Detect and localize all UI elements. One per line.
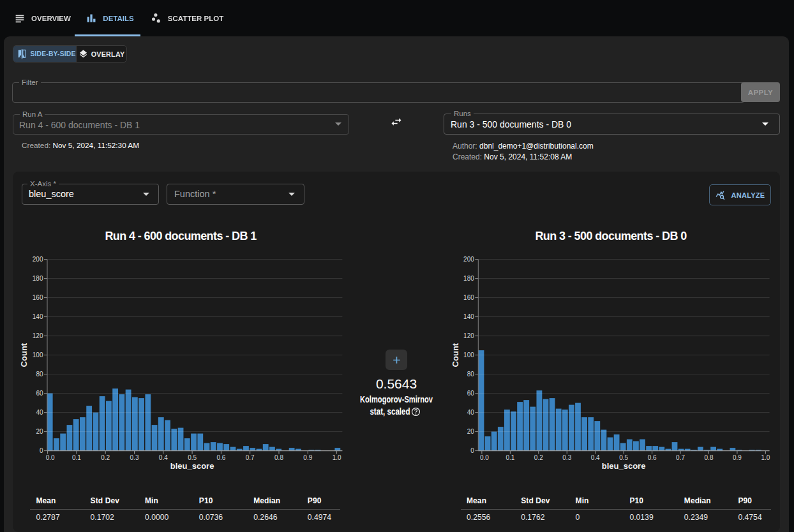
svg-text:0.5: 0.5 — [619, 454, 628, 461]
svg-text:Count: Count — [20, 343, 29, 367]
svg-text:40: 40 — [36, 409, 43, 416]
svg-text:0.2: 0.2 — [534, 454, 543, 461]
svg-text:80: 80 — [36, 371, 43, 378]
svg-text:0.7: 0.7 — [246, 454, 255, 461]
svg-text:0.0: 0.0 — [46, 454, 55, 461]
svg-text:100: 100 — [33, 351, 43, 358]
svg-text:140: 140 — [463, 313, 474, 320]
svg-text:Count: Count — [451, 343, 460, 367]
svg-text:20: 20 — [467, 428, 475, 435]
svg-text:bleu_score: bleu_score — [170, 461, 214, 471]
svg-text:40: 40 — [467, 409, 475, 416]
svg-text:20: 20 — [36, 428, 43, 435]
svg-text:60: 60 — [467, 390, 475, 397]
svg-text:100: 100 — [463, 351, 474, 358]
svg-text:0.9: 0.9 — [303, 454, 312, 461]
svg-text:1.0: 1.0 — [761, 454, 770, 461]
svg-text:bleu_score: bleu_score — [602, 461, 646, 471]
svg-text:0.8: 0.8 — [705, 454, 714, 461]
svg-text:180: 180 — [33, 275, 43, 282]
svg-text:0.6: 0.6 — [216, 454, 225, 461]
svg-text:140: 140 — [33, 313, 43, 320]
svg-text:120: 120 — [463, 332, 474, 339]
svg-text:0: 0 — [470, 447, 474, 454]
svg-text:160: 160 — [463, 294, 474, 301]
svg-text:0.7: 0.7 — [676, 454, 685, 461]
svg-text:0.6: 0.6 — [648, 454, 657, 461]
svg-text:160: 160 — [33, 294, 43, 301]
svg-text:0.8: 0.8 — [274, 454, 283, 461]
svg-text:0.4: 0.4 — [159, 454, 168, 461]
svg-text:0.1: 0.1 — [72, 454, 81, 461]
svg-text:180: 180 — [463, 275, 474, 282]
svg-text:0.0: 0.0 — [480, 454, 489, 461]
svg-text:0.3: 0.3 — [562, 454, 571, 461]
svg-text:0.2: 0.2 — [101, 454, 110, 461]
svg-text:200: 200 — [463, 256, 474, 263]
svg-text:80: 80 — [467, 371, 475, 378]
svg-text:0.1: 0.1 — [506, 454, 514, 461]
svg-text:0.4: 0.4 — [591, 454, 600, 461]
svg-text:120: 120 — [33, 332, 43, 339]
svg-text:0.5: 0.5 — [188, 454, 197, 461]
svg-text:200: 200 — [33, 256, 43, 263]
svg-text:0.3: 0.3 — [130, 454, 139, 461]
svg-text:60: 60 — [36, 390, 43, 397]
svg-text:0.9: 0.9 — [733, 454, 742, 461]
svg-text:0: 0 — [40, 447, 43, 454]
svg-text:1.0: 1.0 — [333, 454, 341, 461]
